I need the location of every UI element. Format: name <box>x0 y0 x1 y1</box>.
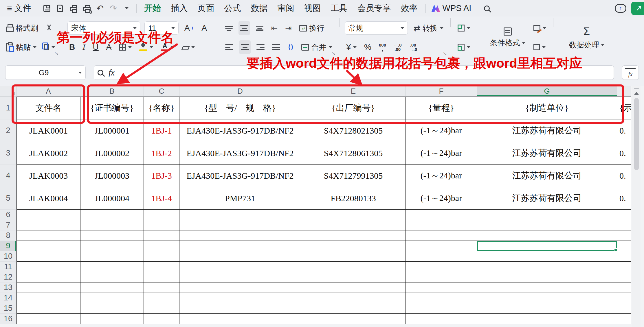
cell-E1[interactable]: {出厂编号} <box>301 97 406 119</box>
cell[interactable] <box>406 241 477 251</box>
column-header-F[interactable]: F <box>406 86 477 97</box>
align-left-button[interactable] <box>223 40 235 54</box>
cell[interactable] <box>617 262 631 272</box>
find-icon[interactable] <box>98 70 103 75</box>
cell[interactable] <box>179 220 301 230</box>
font-size-select[interactable]: 11 <box>144 21 179 35</box>
cell[interactable] <box>477 314 617 324</box>
cell[interactable] <box>80 272 144 282</box>
bold-button[interactable]: B <box>67 40 77 54</box>
task-pane-toggle-button[interactable]: fx <box>622 65 639 80</box>
cell-C5[interactable]: 1BJ-4 <box>144 187 179 210</box>
cell[interactable] <box>144 262 179 272</box>
cell[interactable] <box>406 282 477 293</box>
tab-formula[interactable]: 公式 <box>219 0 246 16</box>
column-header-D[interactable]: D <box>179 86 301 97</box>
row-header-7[interactable]: 7 <box>0 220 16 230</box>
cell[interactable] <box>617 210 631 220</box>
align-middle-button[interactable] <box>238 21 250 35</box>
cell[interactable] <box>477 293 617 303</box>
increase-decimal-button[interactable]: ←.0.00 <box>392 40 403 54</box>
cell-A5[interactable]: JLAK0004 <box>16 187 80 210</box>
row-header-15[interactable]: 15 <box>0 303 16 314</box>
cell-H3-partial[interactable]: 0. <box>617 142 631 165</box>
row-header-9[interactable]: 9 <box>0 241 16 251</box>
cell-H2-partial[interactable]: 0. <box>617 119 631 142</box>
align-center-button[interactable] <box>239 40 251 54</box>
cell-G3[interactable]: 江苏苏荷有限公司 <box>477 142 617 165</box>
cell-E2[interactable]: S4X7128021305 <box>301 119 406 142</box>
search-button[interactable] <box>480 2 493 15</box>
cell[interactable] <box>144 251 179 262</box>
align-right-button[interactable] <box>255 40 266 54</box>
cell[interactable] <box>80 251 144 262</box>
cell[interactable] <box>301 230 406 241</box>
cell-B5[interactable]: JL000004 <box>80 187 144 210</box>
row-header-2[interactable]: 2 <box>0 119 16 142</box>
dialog-launcher-icon[interactable]: ↘ <box>54 51 58 57</box>
cell[interactable] <box>16 314 80 324</box>
row-header-8[interactable]: 8 <box>0 230 16 241</box>
cell[interactable] <box>301 262 406 272</box>
column-header-C[interactable]: C <box>144 86 179 97</box>
cell[interactable] <box>617 293 631 303</box>
cell-C3[interactable]: 1BJ-2 <box>144 142 179 165</box>
font-color-button[interactable]: A <box>159 40 176 54</box>
tab-tools[interactable]: 工具 <box>326 0 353 16</box>
row-header-13[interactable]: 13 <box>0 282 16 293</box>
cell-D3[interactable]: EJA430E-JAS3G-917DB/NF2 <box>179 142 301 165</box>
name-box[interactable]: G9 <box>5 65 86 80</box>
justify-button[interactable] <box>270 40 282 54</box>
dialog-launcher-icon[interactable]: ↘ <box>331 51 335 57</box>
cell-E5[interactable]: FB22080133 <box>301 187 406 210</box>
cell[interactable] <box>144 220 179 230</box>
strikethrough-button[interactable]: A <box>104 40 113 54</box>
cell[interactable] <box>80 210 144 220</box>
cell[interactable] <box>617 230 631 241</box>
cell[interactable] <box>16 282 80 293</box>
row-header-12[interactable]: 12 <box>0 272 16 282</box>
cell[interactable] <box>477 272 617 282</box>
row-header-16[interactable]: 16 <box>0 314 16 324</box>
cell[interactable] <box>16 303 80 314</box>
cell[interactable] <box>80 303 144 314</box>
tab-data[interactable]: 数据 <box>246 0 273 16</box>
cell[interactable] <box>179 293 301 303</box>
cell[interactable] <box>406 251 477 262</box>
cell[interactable] <box>80 230 144 241</box>
currency-button[interactable]: ¥ <box>345 40 359 54</box>
row-header-1[interactable]: 1 <box>0 97 16 119</box>
tab-review[interactable]: 审阅 <box>273 0 299 16</box>
cell[interactable] <box>80 293 144 303</box>
dialog-launcher-icon[interactable]: ↘ <box>443 51 447 57</box>
cell[interactable] <box>144 230 179 241</box>
cell[interactable] <box>179 210 301 220</box>
cell-B1[interactable]: {证书编号} <box>80 97 144 119</box>
cell-F3[interactable]: (-1～24)bar <box>406 142 477 165</box>
cell[interactable] <box>406 314 477 324</box>
cell[interactable] <box>617 251 631 262</box>
cell[interactable] <box>406 272 477 282</box>
cell[interactable] <box>80 241 144 251</box>
quick-toolbar-more-button[interactable] <box>120 2 133 15</box>
underline-button[interactable]: U <box>91 40 100 54</box>
cell[interactable] <box>144 241 179 251</box>
select-all-corner[interactable] <box>0 86 16 97</box>
cell[interactable] <box>617 314 631 324</box>
cell[interactable] <box>301 272 406 282</box>
cell[interactable] <box>617 282 631 293</box>
cell-F4[interactable]: (-1～24)bar <box>406 165 477 187</box>
cell[interactable] <box>477 251 617 262</box>
cell-G4[interactable]: 江苏苏荷有限公司 <box>477 165 617 187</box>
cell[interactable] <box>301 241 406 251</box>
cell[interactable] <box>80 220 144 230</box>
print-button[interactable] <box>67 2 80 15</box>
cell[interactable] <box>477 303 617 314</box>
cell[interactable] <box>179 303 301 314</box>
cell-A4[interactable]: JLAK0003 <box>16 165 80 187</box>
column-header-H-partial[interactable] <box>617 86 631 97</box>
cell[interactable] <box>406 293 477 303</box>
cell[interactable] <box>16 251 80 262</box>
cell[interactable] <box>144 314 179 324</box>
clear-format-button[interactable] <box>180 40 197 54</box>
